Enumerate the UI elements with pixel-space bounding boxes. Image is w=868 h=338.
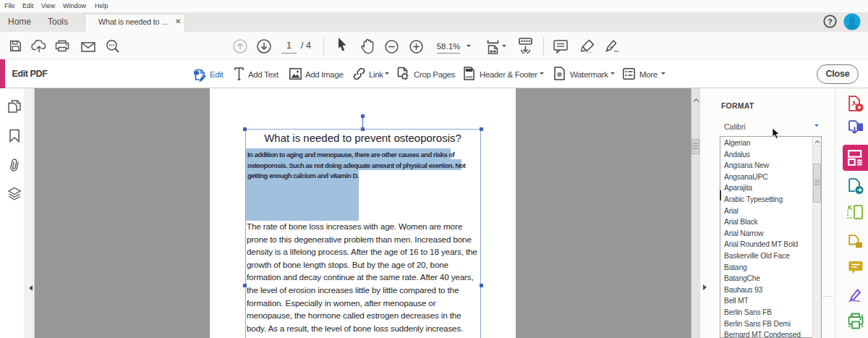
svg-text:?: ? <box>827 17 833 26</box>
